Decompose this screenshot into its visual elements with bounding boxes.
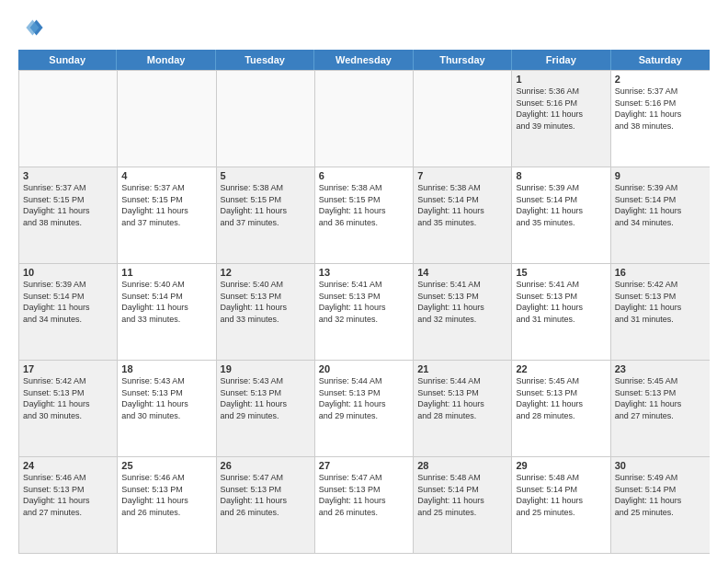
day-info: Sunrise: 5:42 AM Sunset: 5:13 PM Dayligh… — [23, 375, 113, 421]
day-info: Sunrise: 5:48 AM Sunset: 5:14 PM Dayligh… — [516, 472, 606, 518]
calendar-cell — [118, 71, 216, 167]
day-info: Sunrise: 5:38 AM Sunset: 5:15 PM Dayligh… — [319, 182, 409, 228]
day-number: 28 — [417, 460, 507, 471]
day-number: 6 — [319, 170, 409, 181]
header-day-wednesday: Wednesday — [314, 50, 413, 70]
day-info: Sunrise: 5:43 AM Sunset: 5:13 PM Dayligh… — [121, 375, 211, 421]
day-number: 24 — [23, 460, 113, 471]
calendar-cell: 22Sunrise: 5:45 AM Sunset: 5:13 PM Dayli… — [512, 361, 610, 456]
calendar-cell: 9Sunrise: 5:39 AM Sunset: 5:14 PM Daylig… — [611, 167, 710, 263]
day-info: Sunrise: 5:38 AM Sunset: 5:14 PM Dayligh… — [417, 182, 507, 228]
day-number: 29 — [516, 460, 606, 471]
calendar-cell: 19Sunrise: 5:43 AM Sunset: 5:13 PM Dayli… — [217, 361, 315, 456]
day-info: Sunrise: 5:44 AM Sunset: 5:13 PM Dayligh… — [417, 375, 507, 421]
day-number: 3 — [23, 170, 113, 181]
day-number: 25 — [121, 460, 211, 471]
calendar-cell: 1Sunrise: 5:36 AM Sunset: 5:16 PM Daylig… — [512, 71, 610, 167]
day-info: Sunrise: 5:48 AM Sunset: 5:14 PM Dayligh… — [417, 472, 507, 518]
page: SundayMondayTuesdayWednesdayThursdayFrid… — [0, 0, 728, 563]
header-day-thursday: Thursday — [414, 50, 512, 70]
calendar-cell: 20Sunrise: 5:44 AM Sunset: 5:13 PM Dayli… — [315, 361, 414, 456]
header — [18, 15, 710, 40]
calendar-cell — [414, 71, 512, 167]
logo — [18, 15, 48, 40]
calendar-cell: 6Sunrise: 5:38 AM Sunset: 5:15 PM Daylig… — [315, 167, 414, 263]
calendar-cell: 10Sunrise: 5:39 AM Sunset: 5:14 PM Dayli… — [19, 264, 118, 360]
calendar-cell: 5Sunrise: 5:38 AM Sunset: 5:15 PM Daylig… — [217, 167, 315, 263]
calendar-cell: 23Sunrise: 5:45 AM Sunset: 5:13 PM Dayli… — [611, 361, 710, 456]
header-day-monday: Monday — [117, 50, 215, 70]
calendar: SundayMondayTuesdayWednesdayThursdayFrid… — [18, 50, 710, 554]
day-number: 9 — [615, 170, 706, 181]
day-number: 26 — [221, 460, 311, 471]
day-number: 12 — [221, 267, 311, 278]
calendar-cell: 21Sunrise: 5:44 AM Sunset: 5:13 PM Dayli… — [414, 361, 512, 456]
calendar-cell: 24Sunrise: 5:46 AM Sunset: 5:13 PM Dayli… — [19, 457, 118, 553]
day-info: Sunrise: 5:40 AM Sunset: 5:13 PM Dayligh… — [221, 279, 311, 325]
day-info: Sunrise: 5:39 AM Sunset: 5:14 PM Dayligh… — [516, 182, 606, 228]
calendar-cell: 27Sunrise: 5:47 AM Sunset: 5:13 PM Dayli… — [315, 457, 414, 553]
day-info: Sunrise: 5:42 AM Sunset: 5:13 PM Dayligh… — [615, 279, 706, 325]
calendar-row-2: 3Sunrise: 5:37 AM Sunset: 5:15 PM Daylig… — [19, 167, 710, 263]
calendar-cell: 17Sunrise: 5:42 AM Sunset: 5:13 PM Dayli… — [19, 361, 118, 456]
day-info: Sunrise: 5:41 AM Sunset: 5:13 PM Dayligh… — [417, 279, 507, 325]
day-info: Sunrise: 5:45 AM Sunset: 5:13 PM Dayligh… — [516, 375, 606, 421]
day-info: Sunrise: 5:39 AM Sunset: 5:14 PM Dayligh… — [23, 279, 113, 325]
day-info: Sunrise: 5:49 AM Sunset: 5:14 PM Dayligh… — [615, 472, 706, 518]
day-number: 23 — [615, 363, 706, 374]
calendar-cell: 26Sunrise: 5:47 AM Sunset: 5:13 PM Dayli… — [217, 457, 315, 553]
calendar-cell: 13Sunrise: 5:41 AM Sunset: 5:13 PM Dayli… — [315, 264, 414, 360]
header-day-sunday: Sunday — [18, 50, 117, 70]
day-info: Sunrise: 5:37 AM Sunset: 5:15 PM Dayligh… — [23, 182, 113, 228]
day-info: Sunrise: 5:47 AM Sunset: 5:13 PM Dayligh… — [319, 472, 409, 518]
day-info: Sunrise: 5:36 AM Sunset: 5:16 PM Dayligh… — [516, 86, 606, 132]
day-number: 4 — [121, 170, 211, 181]
day-number: 10 — [23, 267, 113, 278]
calendar-cell: 14Sunrise: 5:41 AM Sunset: 5:13 PM Dayli… — [414, 264, 512, 360]
header-day-saturday: Saturday — [611, 50, 710, 70]
day-number: 20 — [319, 363, 409, 374]
day-info: Sunrise: 5:38 AM Sunset: 5:15 PM Dayligh… — [221, 182, 311, 228]
day-number: 2 — [615, 74, 706, 85]
day-info: Sunrise: 5:43 AM Sunset: 5:13 PM Dayligh… — [221, 375, 311, 421]
day-number: 21 — [417, 363, 507, 374]
day-number: 16 — [615, 267, 706, 278]
calendar-row-3: 10Sunrise: 5:39 AM Sunset: 5:14 PM Dayli… — [19, 263, 710, 360]
day-info: Sunrise: 5:37 AM Sunset: 5:16 PM Dayligh… — [615, 86, 706, 132]
day-info: Sunrise: 5:46 AM Sunset: 5:13 PM Dayligh… — [121, 472, 211, 518]
calendar-cell: 16Sunrise: 5:42 AM Sunset: 5:13 PM Dayli… — [611, 264, 710, 360]
calendar-cell — [217, 71, 315, 167]
calendar-row-4: 17Sunrise: 5:42 AM Sunset: 5:13 PM Dayli… — [19, 360, 710, 456]
calendar-cell: 28Sunrise: 5:48 AM Sunset: 5:14 PM Dayli… — [414, 457, 512, 553]
calendar-cell: 12Sunrise: 5:40 AM Sunset: 5:13 PM Dayli… — [217, 264, 315, 360]
day-number: 5 — [221, 170, 311, 181]
calendar-cell — [19, 71, 118, 167]
day-number: 18 — [121, 363, 211, 374]
day-info: Sunrise: 5:37 AM Sunset: 5:15 PM Dayligh… — [121, 182, 211, 228]
day-info: Sunrise: 5:47 AM Sunset: 5:13 PM Dayligh… — [221, 472, 311, 518]
day-number: 27 — [319, 460, 409, 471]
calendar-cell: 15Sunrise: 5:41 AM Sunset: 5:13 PM Dayli… — [512, 264, 610, 360]
day-number: 14 — [417, 267, 507, 278]
day-info: Sunrise: 5:45 AM Sunset: 5:13 PM Dayligh… — [615, 375, 706, 421]
day-info: Sunrise: 5:46 AM Sunset: 5:13 PM Dayligh… — [23, 472, 113, 518]
calendar-cell: 29Sunrise: 5:48 AM Sunset: 5:14 PM Dayli… — [512, 457, 610, 553]
day-number: 8 — [516, 170, 606, 181]
header-day-tuesday: Tuesday — [216, 50, 314, 70]
calendar-cell: 4Sunrise: 5:37 AM Sunset: 5:15 PM Daylig… — [118, 167, 216, 263]
calendar-body: 1Sunrise: 5:36 AM Sunset: 5:16 PM Daylig… — [18, 70, 710, 554]
day-number: 11 — [121, 267, 211, 278]
day-info: Sunrise: 5:44 AM Sunset: 5:13 PM Dayligh… — [319, 375, 409, 421]
day-number: 7 — [417, 170, 507, 181]
calendar-cell: 8Sunrise: 5:39 AM Sunset: 5:14 PM Daylig… — [512, 167, 610, 263]
calendar-row-5: 24Sunrise: 5:46 AM Sunset: 5:13 PM Dayli… — [19, 456, 710, 553]
day-info: Sunrise: 5:39 AM Sunset: 5:14 PM Dayligh… — [615, 182, 706, 228]
day-number: 13 — [319, 267, 409, 278]
day-info: Sunrise: 5:41 AM Sunset: 5:13 PM Dayligh… — [319, 279, 409, 325]
header-day-friday: Friday — [512, 50, 610, 70]
calendar-cell — [315, 71, 414, 167]
calendar-cell: 11Sunrise: 5:40 AM Sunset: 5:14 PM Dayli… — [118, 264, 216, 360]
calendar-cell: 25Sunrise: 5:46 AM Sunset: 5:13 PM Dayli… — [118, 457, 216, 553]
calendar-cell: 30Sunrise: 5:49 AM Sunset: 5:14 PM Dayli… — [611, 457, 710, 553]
day-number: 15 — [516, 267, 606, 278]
